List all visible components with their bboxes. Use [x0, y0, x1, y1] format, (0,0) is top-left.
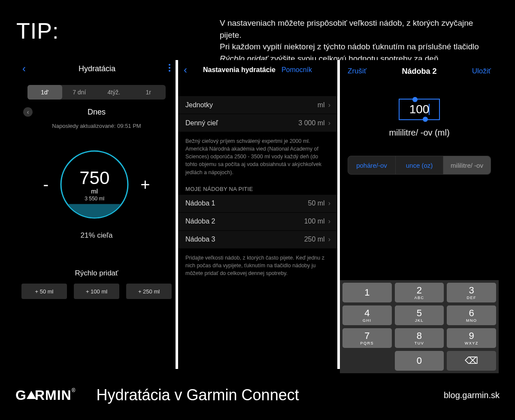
back-button[interactable]: ‹: [22, 63, 26, 75]
key-letters: TUV: [415, 341, 424, 345]
containers-list: Nádoba 1 50 ml › Nádoba 2 100 ml › Nádob…: [179, 195, 337, 249]
garmin-logo: GRMIN®: [15, 387, 76, 403]
footer-url: blog.garmin.sk: [444, 390, 500, 400]
key-digit: 4: [364, 308, 370, 318]
key-letters: JKL: [415, 318, 424, 323]
row-container-2[interactable]: Nádoba 2 100 ml ›: [179, 213, 337, 231]
divider: [176, 60, 178, 369]
hydration-unit: ml: [91, 187, 98, 195]
text-cursor: [429, 104, 430, 115]
key-3[interactable]: 3DEF: [447, 283, 496, 302]
key-5[interactable]: 5JKL: [395, 305, 444, 325]
key-digit: 2: [417, 286, 422, 295]
tip-label: TIP:: [16, 18, 59, 44]
chevron-right-icon: ›: [328, 101, 330, 109]
row-container-1[interactable]: Nádoba 1 50 ml ›: [179, 195, 337, 213]
key-letters: WXYZ: [465, 341, 479, 345]
more-menu-icon[interactable]: [168, 63, 171, 74]
tab-4w[interactable]: 4týž.: [97, 85, 131, 100]
key-9[interactable]: 9WXYZ: [447, 328, 496, 348]
key-letters: GHI: [363, 318, 372, 323]
svg-point-1: [169, 67, 170, 69]
tip-text: V nastaveniach môžete prispôsobiť veľkos…: [220, 17, 490, 64]
day-label: Dnes: [23, 108, 170, 117]
save-button[interactable]: Uložiť: [472, 67, 491, 76]
selection-handle-icon: [423, 117, 428, 122]
volume-input[interactable]: 100: [399, 99, 440, 120]
quick-add-100[interactable]: + 100 ml: [74, 284, 119, 299]
info-text-1: Bežný cieľový príjem schválený expertmi …: [179, 132, 337, 181]
key-0[interactable]: 0: [395, 351, 444, 371]
quick-add-50[interactable]: + 50 ml: [21, 284, 67, 299]
key-7[interactable]: 7PQRS: [342, 328, 392, 348]
row-label: Nádoba 3: [185, 236, 304, 243]
screen-title: Nastavenia hydratácie: [203, 66, 276, 74]
quick-add-250[interactable]: + 250 ml: [126, 284, 172, 299]
row-label: Denný cieľ: [185, 119, 298, 127]
unit-option-ml[interactable]: mililitre/ -ov: [443, 156, 491, 174]
help-link[interactable]: Pomocník: [282, 66, 312, 74]
svg-point-0: [169, 64, 170, 66]
row-container-3[interactable]: Nádoba 3 250 ml ›: [179, 231, 337, 249]
chevron-right-icon: ›: [328, 218, 330, 225]
key-1[interactable]: 1: [342, 283, 392, 302]
percent-of-goal: 21% cieľa: [17, 231, 176, 240]
key-letters: MNO: [466, 318, 477, 323]
unit-segmented-control: poháre/-ov unce (oz) mililitre/ -ov: [348, 156, 491, 175]
cancel-button[interactable]: Zrušiť: [348, 67, 367, 76]
key-digit: 5: [417, 308, 422, 318]
quick-add-buttons: + 50 ml + 100 ml + 250 ml: [17, 284, 176, 299]
decrement-button[interactable]: -: [43, 175, 49, 194]
row-label: Nádoba 2: [185, 218, 304, 225]
phone-container-edit: Zrušiť Nádoba 2 Uložiť 100 mililitre/ -o…: [340, 60, 499, 373]
row-label: Nádoba 1: [185, 199, 308, 207]
backspace-icon: ⌫: [465, 356, 478, 366]
hydration-goal: 3 550 ml: [85, 196, 104, 202]
key-backspace[interactable]: ⌫: [447, 351, 496, 371]
key-digit: 3: [469, 286, 474, 295]
key-8[interactable]: 8TUV: [395, 328, 444, 348]
increment-button[interactable]: +: [140, 175, 150, 194]
last-updated: Naposledy aktualizované: 09:51 PM: [17, 123, 176, 129]
tab-1d[interactable]: 1d': [27, 85, 62, 100]
screen-title: Hydratácia: [26, 64, 168, 73]
volume-value: 100: [409, 103, 430, 116]
unit-label: mililitre/ -ov (ml): [340, 128, 499, 138]
hydration-value: 750: [79, 168, 109, 188]
svg-point-2: [169, 70, 170, 72]
header: ‹ Nastavenia hydratácie Pomocník: [179, 60, 337, 80]
tip-line1: V nastaveniach môžete prispôsobiť veľkos…: [220, 18, 473, 39]
key-4[interactable]: 4GHI: [342, 305, 392, 325]
row-daily-goal[interactable]: Denný cieľ 3 000 ml ›: [179, 114, 337, 132]
chevron-right-icon: ›: [328, 199, 330, 207]
unit-option-oz[interactable]: unce (oz): [396, 156, 443, 174]
tip-line2a: Pri každom vypití niektorej z týchto nád…: [220, 42, 479, 51]
chevron-right-icon: ›: [328, 119, 330, 127]
key-digit: 0: [417, 356, 422, 366]
garmin-delta-icon: [27, 391, 36, 399]
row-label: Jednotky: [185, 101, 318, 109]
unit-option-cups[interactable]: poháre/-ov: [348, 156, 396, 174]
selection-handle-icon: [412, 97, 418, 102]
key-letters: PQRS: [360, 341, 374, 345]
tab-1y[interactable]: 1r: [131, 85, 166, 100]
row-units[interactable]: Jednotky ml ›: [179, 96, 337, 114]
quick-add-label: Rýchlo pridať: [17, 269, 176, 278]
key-6[interactable]: 6MNO: [447, 305, 496, 325]
chevron-right-icon: ›: [328, 236, 330, 243]
time-range-tabs: 1d' 7 dní 4týž. 1r: [27, 85, 166, 100]
key-2[interactable]: 2ABC: [395, 283, 444, 302]
key-letters: DEF: [467, 296, 476, 300]
header: ‹ Hydratácia: [17, 60, 176, 77]
footer: GRMIN® Hydratácia v Garmin Connect blog.…: [0, 378, 515, 412]
key-digit: 6: [469, 308, 474, 318]
info-text-2: Pridajte veľkosti nádob, z ktorých často…: [179, 249, 337, 282]
header: Zrušiť Nádoba 2 Uložiť: [340, 60, 499, 82]
row-value: 50 ml: [308, 199, 325, 207]
key-letters: ABC: [414, 296, 424, 300]
footer-title: Hydratácia v Garmin Connect: [97, 386, 299, 404]
day-row: ‹ Dnes: [17, 107, 176, 117]
phone-hydration: ‹ Hydratácia 1d' 7 dní 4týž. 1r ‹ Dnes N…: [17, 60, 176, 373]
screen-title: Nádoba 2: [402, 67, 436, 76]
tab-7d[interactable]: 7 dní: [62, 85, 97, 100]
